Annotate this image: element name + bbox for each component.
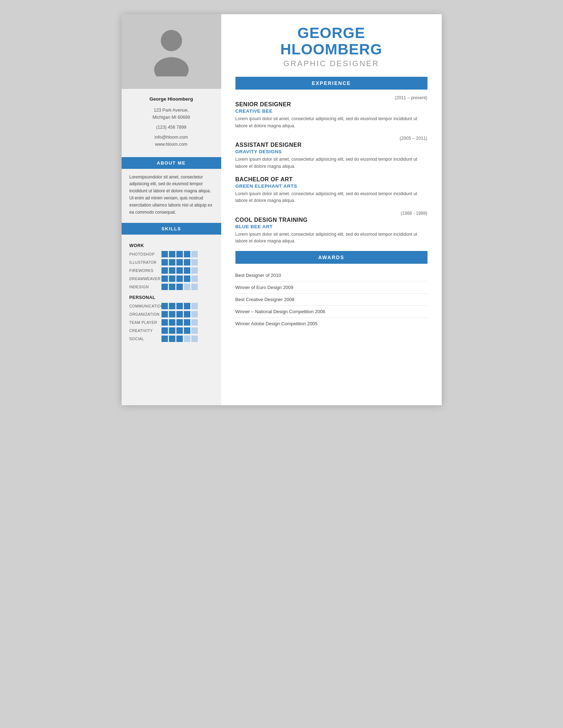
skill-bar xyxy=(161,251,168,257)
skill-name: COMMUNICATION xyxy=(129,304,161,308)
skill-bar xyxy=(176,275,183,282)
skill-row: COMMUNICATION xyxy=(129,303,213,309)
award-item: Best Designer of 2010 xyxy=(235,269,427,282)
skill-name: INDESIGN xyxy=(129,285,161,289)
exp-role: BACHELOR OF ART xyxy=(235,176,427,183)
skill-bars xyxy=(161,319,198,326)
skill-bar xyxy=(176,311,183,317)
skill-bars xyxy=(161,336,198,342)
skill-bar xyxy=(161,303,168,309)
experience-entry: (2005 – 2011)ASSISTANT DESIGNERGRAVITY D… xyxy=(235,136,427,170)
skill-bars xyxy=(161,251,198,257)
exp-company: BLUE BEE ART xyxy=(235,224,427,229)
contact-email: info@hloom.com www.hloom.com xyxy=(129,134,213,148)
skill-row: FIREWORKS xyxy=(129,267,213,274)
award-item: Winner of Euro Design 2009 xyxy=(235,282,427,294)
award-item: Winner – National Design Competition 200… xyxy=(235,306,427,318)
name-section: GEORGE HLOOMBERG GRAPHIC DESIGNER xyxy=(235,25,427,68)
exp-company: GRAVITY DESIGNS xyxy=(235,149,427,154)
skill-bar xyxy=(161,284,168,290)
skill-bar xyxy=(191,275,198,282)
skill-bar xyxy=(161,267,168,274)
skill-row: TEAM PLAYER xyxy=(129,319,213,326)
skill-bar xyxy=(161,336,168,342)
skill-name: SOCIAL xyxy=(129,337,161,341)
skill-row: ILLUSTRATOR xyxy=(129,259,213,266)
skill-bar xyxy=(169,303,175,309)
skill-bar xyxy=(184,275,190,282)
skill-bar xyxy=(184,319,190,326)
skill-bar xyxy=(169,275,175,282)
skill-row: ORGANIZATION xyxy=(129,311,213,317)
skill-bar xyxy=(176,267,183,274)
experience-entry: (1988 - 1989)COOL DESIGN TRAININGBLUE BE… xyxy=(235,211,427,245)
skill-bar xyxy=(184,336,190,342)
skill-bar xyxy=(161,311,168,317)
skill-bar xyxy=(169,327,175,334)
skill-bar xyxy=(161,259,168,266)
skill-bar xyxy=(191,303,198,309)
skill-name: TEAM PLAYER xyxy=(129,320,161,325)
skill-bar xyxy=(176,284,183,290)
skill-name: PHOTOSHOP xyxy=(129,252,161,256)
skill-name: DREAMWEAVER xyxy=(129,277,161,281)
exp-date: (2005 – 2011) xyxy=(235,136,427,141)
skill-bar xyxy=(176,251,183,257)
svg-point-1 xyxy=(154,57,188,76)
skill-bar xyxy=(191,327,198,334)
exp-date: (2011 – present) xyxy=(235,95,427,100)
skill-bar xyxy=(176,327,183,334)
exp-company: GREEN ELEPHANT ARTS xyxy=(235,183,427,189)
skill-bar xyxy=(184,267,190,274)
job-title: GRAPHIC DESIGNER xyxy=(235,59,427,68)
skill-bar xyxy=(169,267,175,274)
personal-skills-list: COMMUNICATIONORGANIZATIONTEAM PLAYERCREA… xyxy=(129,303,213,342)
profile-silhouette xyxy=(150,27,193,76)
person-full-name: GEORGE HLOOMBERG xyxy=(235,25,427,58)
skill-bar xyxy=(176,319,183,326)
award-item: Winner Adobe Design Competition 2005 xyxy=(235,318,427,330)
exp-company: CREATIVE BEE xyxy=(235,108,427,114)
skill-bar xyxy=(176,303,183,309)
skill-row: DREAMWEAVER xyxy=(129,275,213,282)
contact-name: George Hloomberg xyxy=(129,95,213,103)
skill-row: CREATIVITY xyxy=(129,327,213,334)
skill-bars xyxy=(161,303,198,309)
skills-header: SKILLS xyxy=(122,223,221,235)
skill-bar xyxy=(191,311,198,317)
experience-list: (2011 – present)SENIOR DESIGNERCREATIVE … xyxy=(235,95,427,251)
skill-bars xyxy=(161,259,198,266)
skill-name: CREATIVITY xyxy=(129,328,161,333)
skill-bar xyxy=(191,259,198,266)
skill-bars xyxy=(161,284,198,290)
skill-bar xyxy=(161,327,168,334)
skill-bar xyxy=(191,336,198,342)
skill-bar xyxy=(169,284,175,290)
skill-bars xyxy=(161,311,198,317)
skill-bar xyxy=(176,336,183,342)
awards-header: AWARDS xyxy=(235,251,427,264)
skill-bar xyxy=(161,275,168,282)
skill-bar xyxy=(191,251,198,257)
skill-bars xyxy=(161,275,198,282)
skill-bar xyxy=(184,284,190,290)
contact-address: 123 Park Avenue, Michigan MI 60689 xyxy=(129,107,213,121)
photo-area xyxy=(122,14,221,89)
skill-bar xyxy=(191,267,198,274)
skill-bar xyxy=(184,311,190,317)
skill-row: PHOTOSHOP xyxy=(129,251,213,257)
skill-bar xyxy=(191,284,198,290)
skill-bar xyxy=(169,251,175,257)
exp-desc: Lorem ipsum dolor sit amet, consectetur … xyxy=(235,191,427,204)
about-me-header: ABOUT ME xyxy=(122,157,221,169)
skill-bar xyxy=(184,251,190,257)
svg-point-0 xyxy=(161,30,182,51)
contact-info: George Hloomberg 123 Park Avenue, Michig… xyxy=(122,89,221,152)
exp-desc: Lorem ipsum dolor sit amet, consectetur … xyxy=(235,231,427,245)
skill-bar xyxy=(169,259,175,266)
experience-entry: BACHELOR OF ARTGREEN ELEPHANT ARTSLorem … xyxy=(235,176,427,204)
skill-bar xyxy=(169,336,175,342)
about-me-text: Loremipsumdolor sit amet, consectetur ad… xyxy=(122,172,221,218)
award-item: Best Creative Designer 2008 xyxy=(235,294,427,306)
skill-bar xyxy=(161,319,168,326)
